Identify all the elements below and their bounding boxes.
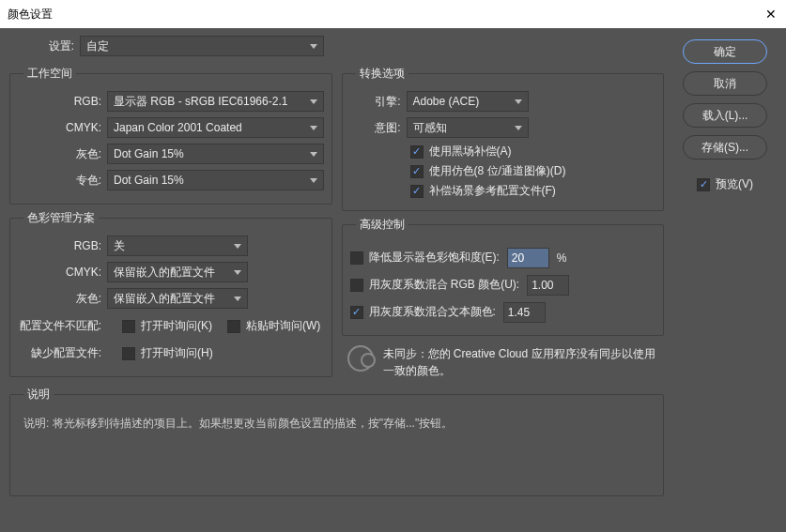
- checkbox-icon: [410, 165, 424, 178]
- conv-intent-select[interactable]: 可感知: [407, 117, 529, 138]
- pol-cmyk-select[interactable]: 保留嵌入的配置文件: [107, 262, 248, 282]
- pol-mismatch-open-text: 打开时询问(K): [141, 318, 212, 334]
- sync-status-icon: [347, 345, 374, 372]
- ws-spot-label: 专色:: [18, 173, 107, 189]
- conv-dither-checkbox[interactable]: 使用仿色(8 位/通道图像)(D): [410, 163, 656, 179]
- pol-cmyk-label: CMYK:: [18, 266, 107, 279]
- adv-desaturate-text: 降低显示器色彩饱和度(E):: [369, 250, 500, 266]
- conv-compensate-text: 补偿场景参考配置文件(F): [429, 183, 556, 199]
- preview-label: 预览(V): [716, 176, 753, 192]
- pol-gray-select[interactable]: 保留嵌入的配置文件: [107, 288, 248, 309]
- ws-rgb-label: RGB:: [18, 95, 107, 108]
- pol-rgb-label: RGB:: [18, 239, 107, 252]
- workspace-group: 工作空间 RGB: 显示器 RGB - sRGB IEC61966-2.1 CM…: [9, 66, 332, 205]
- checkbox-icon: [350, 306, 363, 319]
- checkbox-icon: [410, 145, 424, 159]
- percent-sign: %: [557, 251, 574, 265]
- titlebar: 颜色设置 ✕: [0, 0, 786, 28]
- load-button[interactable]: 载入(L)...: [683, 103, 767, 128]
- pol-mismatch-paste-text: 粘贴时询问(W): [246, 318, 320, 334]
- conv-compensate-checkbox[interactable]: 补偿场景参考配置文件(F): [410, 183, 656, 199]
- sync-status-text: 未同步：您的 Creative Cloud 应用程序没有同步以使用一致的颜色。: [383, 345, 665, 379]
- pol-mismatch-label: 配置文件不匹配:: [18, 318, 107, 334]
- conversion-legend: 转换选项: [356, 66, 408, 82]
- pol-mismatch-open-checkbox[interactable]: 打开时询问(K): [122, 318, 212, 334]
- checkbox-icon: [227, 320, 240, 333]
- ws-rgb-select[interactable]: 显示器 RGB - sRGB IEC61966-2.1: [107, 91, 324, 112]
- adv-blend-rgb-text: 用灰度系数混合 RGB 颜色(U):: [369, 277, 520, 293]
- checkbox-icon: [122, 347, 135, 360]
- preview-checkbox[interactable]: 预览(V): [697, 176, 753, 192]
- description-legend: 说明: [23, 387, 54, 403]
- pol-gray-label: 灰色:: [18, 291, 107, 307]
- pol-rgb-select[interactable]: 关: [107, 236, 248, 256]
- adv-blend-text-checkbox[interactable]: 用灰度系数混合文本颜色:: [350, 304, 496, 320]
- ws-gray-label: 灰色:: [18, 146, 107, 162]
- adv-blend-rgb-input[interactable]: [527, 275, 569, 296]
- adv-desaturate-checkbox[interactable]: 降低显示器色彩饱和度(E):: [350, 250, 500, 266]
- save-button[interactable]: 存储(S)...: [683, 135, 767, 160]
- checkbox-icon: [122, 320, 135, 333]
- advanced-group: 高级控制 降低显示器色彩饱和度(E): % 用灰度系数混合 RGB 颜色(U):: [342, 217, 665, 336]
- conv-intent-label: 意图:: [350, 120, 407, 136]
- ws-spot-select[interactable]: Dot Gain 15%: [107, 170, 324, 190]
- checkbox-icon: [410, 185, 424, 198]
- ws-cmyk-label: CMYK:: [18, 121, 107, 134]
- pol-mismatch-paste-checkbox[interactable]: 粘贴时询问(W): [227, 318, 320, 334]
- pol-missing-label: 缺少配置文件:: [18, 345, 107, 361]
- checkbox-icon: [350, 251, 363, 265]
- checkbox-icon: [697, 178, 710, 191]
- conversion-group: 转换选项 引擎: Adobe (ACE) 意图: 可感知 使用黑场补偿(A): [342, 66, 665, 211]
- cancel-button[interactable]: 取消: [683, 71, 767, 96]
- description-group: 说明 说明: 将光标移到待描述的项目上。如果想更改当前颜色设置的描述，按"存储.…: [9, 387, 664, 496]
- adv-blend-text-input[interactable]: [503, 302, 546, 323]
- window-title: 颜色设置: [8, 7, 53, 23]
- conv-blackpoint-text: 使用黑场补偿(A): [429, 144, 512, 160]
- conv-engine-select[interactable]: Adobe (ACE): [407, 91, 529, 112]
- adv-blend-rgb-checkbox[interactable]: 用灰度系数混合 RGB 颜色(U):: [350, 277, 520, 293]
- close-icon[interactable]: ✕: [763, 7, 778, 22]
- settings-label: 设置:: [9, 38, 80, 54]
- ok-button[interactable]: 确定: [683, 39, 767, 64]
- policy-group: 色彩管理方案 RGB: 关 CMYK: 保留嵌入的配置文件 灰色: 保留嵌入的配…: [9, 210, 332, 377]
- advanced-legend: 高级控制: [356, 217, 408, 233]
- checkbox-icon: [350, 279, 363, 292]
- adv-desaturate-input[interactable]: [507, 248, 549, 268]
- adv-blend-text-text: 用灰度系数混合文本颜色:: [369, 304, 496, 320]
- pol-missing-open-checkbox[interactable]: 打开时询问(H): [122, 345, 213, 361]
- ws-cmyk-select[interactable]: Japan Color 2001 Coated: [107, 117, 324, 138]
- conv-dither-text: 使用仿色(8 位/通道图像)(D): [429, 163, 566, 179]
- ws-gray-select[interactable]: Dot Gain 15%: [107, 144, 324, 164]
- settings-select[interactable]: 自定: [80, 36, 324, 56]
- conv-blackpoint-checkbox[interactable]: 使用黑场补偿(A): [410, 144, 656, 160]
- pol-missing-open-text: 打开时询问(H): [141, 345, 213, 361]
- description-text: 说明: 将光标移到待描述的项目上。如果想更改当前颜色设置的描述，按"存储..."…: [18, 412, 655, 488]
- workspace-legend: 工作空间: [23, 66, 76, 82]
- policy-legend: 色彩管理方案: [23, 210, 99, 226]
- conv-engine-label: 引擎:: [350, 94, 407, 110]
